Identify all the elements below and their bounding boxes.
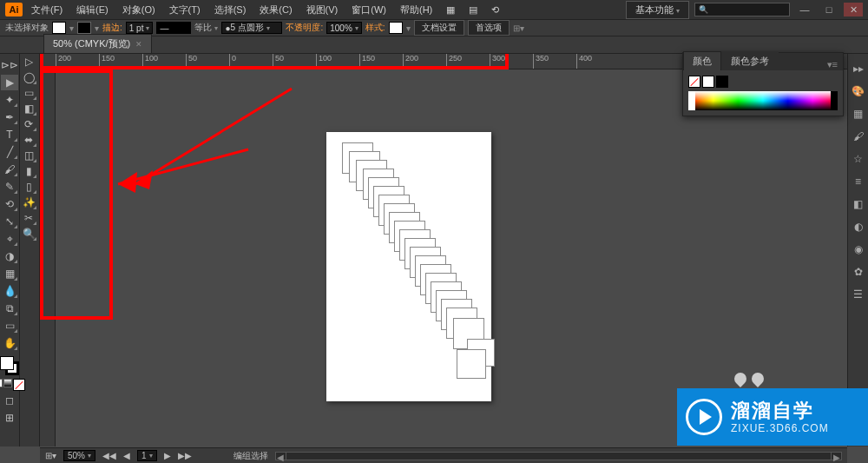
- menu-edit[interactable]: 编辑(E): [71, 2, 114, 18]
- mode-color[interactable]: [0, 379, 3, 387]
- tool-paintbrush[interactable]: 🖌: [1, 162, 18, 177]
- panel-menu-icon[interactable]: ▾≡: [822, 59, 843, 70]
- menu-type[interactable]: 文字(T): [164, 2, 206, 18]
- tool-blend[interactable]: ⧉: [1, 301, 18, 316]
- dock-layers-icon[interactable]: ☰: [851, 287, 866, 302]
- sb-nav-last[interactable]: ▶▶: [178, 451, 192, 460]
- tool-pen[interactable]: ✒: [1, 109, 18, 125]
- tool-eraser[interactable]: ◧: [20, 101, 37, 116]
- vertical-ruler[interactable]: [40, 69, 56, 446]
- preferences-button[interactable]: 首选项: [468, 20, 510, 36]
- dash-dropdown[interactable]: 等比: [194, 22, 218, 34]
- panel-tab-color-guide[interactable]: 颜色参考: [721, 51, 779, 70]
- horizontal-scrollbar[interactable]: ◀▶: [275, 452, 842, 460]
- color-panel[interactable]: 颜色 颜色参考 ▾≡: [682, 52, 844, 116]
- tool-pencil[interactable]: ✎: [1, 179, 18, 195]
- sb-nav-next[interactable]: ▶: [164, 451, 171, 460]
- tool-free-transform[interactable]: ⬌: [20, 132, 37, 148]
- annotation-arrow-1: [109, 80, 300, 193]
- stroke-swatch[interactable]: [77, 22, 91, 34]
- dock-appearance-icon[interactable]: ◉: [851, 241, 866, 257]
- dock-transparency-icon[interactable]: ◐: [851, 219, 866, 235]
- dock-expand-icon[interactable]: ▸▸: [851, 61, 866, 76]
- zoom-input[interactable]: 50%: [63, 450, 95, 461]
- tool-artboard[interactable]: ▭: [1, 318, 18, 334]
- tool-rotate[interactable]: ⟲: [1, 196, 18, 212]
- tool-eyedropper[interactable]: 💧: [1, 283, 18, 299]
- menu-file[interactable]: 文件(F): [26, 2, 68, 18]
- tab-close-icon[interactable]: ✕: [135, 40, 142, 49]
- status-mode-label: 编组选择: [233, 450, 268, 462]
- tool-mesh[interactable]: ▦: [1, 266, 18, 281]
- tool-slice[interactable]: ✂: [20, 210, 37, 226]
- style-swatch[interactable]: [389, 22, 403, 34]
- dock-gradient-icon[interactable]: ◧: [851, 196, 866, 212]
- shape-square[interactable]: [457, 349, 486, 379]
- search-input[interactable]: 🔍: [694, 3, 790, 17]
- tool-perspective[interactable]: ◫: [20, 148, 37, 163]
- stroke-weight-input[interactable]: 1 pt: [126, 22, 154, 34]
- dock-color-icon[interactable]: 🎨: [851, 83, 866, 99]
- color-none-swatch[interactable]: [688, 76, 700, 88]
- tool-magic-wand[interactable]: ✦: [1, 92, 18, 108]
- tool-lasso[interactable]: ◯: [20, 69, 37, 85]
- document-tab[interactable]: 50% (CMYK/预览) ✕: [43, 34, 152, 53]
- menu-select[interactable]: 选择(S): [209, 2, 252, 18]
- tool-type[interactable]: T: [1, 127, 18, 142]
- ruler-tick: 150: [99, 54, 142, 69]
- mode-gradient[interactable]: [3, 379, 12, 387]
- color-white-swatch[interactable]: [702, 76, 714, 88]
- tool-change-screen[interactable]: ⊞: [1, 410, 18, 426]
- tool-line[interactable]: ╱: [1, 144, 18, 160]
- sb-nav-first[interactable]: ⊞▾: [45, 451, 56, 460]
- menu-object[interactable]: 对象(O): [117, 2, 161, 18]
- tool-zoom[interactable]: 🔍: [20, 226, 37, 241]
- dock-graphic-styles-icon[interactable]: ✿: [851, 264, 866, 280]
- dock-stroke-icon[interactable]: ≡: [851, 174, 866, 189]
- toolbar-icon-2[interactable]: ▤: [464, 3, 483, 17]
- sb-nav-back[interactable]: ◀: [123, 451, 130, 460]
- tool-column-graph[interactable]: ▯: [20, 179, 37, 195]
- toolbar-icon-1[interactable]: ▦: [441, 3, 460, 17]
- tool-gradient[interactable]: ▮: [20, 163, 37, 179]
- document-setup-button[interactable]: 文档设置: [414, 20, 464, 36]
- tool-selection[interactable]: ▶: [1, 75, 18, 90]
- ruler-tick: 300: [490, 54, 533, 69]
- window-maximize[interactable]: □: [819, 3, 838, 17]
- menu-window[interactable]: 窗口(W): [346, 2, 391, 18]
- color-spectrum[interactable]: [688, 91, 838, 110]
- opacity-input[interactable]: 100%: [326, 22, 362, 34]
- tool-scale[interactable]: ⤡: [1, 214, 18, 229]
- window-minimize[interactable]: —: [795, 3, 814, 17]
- window-close[interactable]: ✕: [844, 3, 863, 17]
- dock-brushes-icon[interactable]: 🖌: [851, 129, 866, 144]
- menu-help[interactable]: 帮助(H): [395, 2, 437, 18]
- align-icon[interactable]: ⊞▾: [513, 23, 524, 33]
- workspace-switcher[interactable]: 基本功能: [626, 1, 689, 19]
- menu-effect[interactable]: 效果(C): [254, 2, 297, 18]
- color-black-swatch[interactable]: [716, 76, 728, 88]
- tool-screen-mode[interactable]: ◻: [1, 393, 18, 408]
- tool-shape-builder[interactable]: ◑: [1, 248, 18, 264]
- sb-nav-prev[interactable]: ◀◀: [102, 451, 116, 460]
- dock-symbols-icon[interactable]: ☆: [851, 151, 866, 167]
- brush-dropdown[interactable]: ● 5 点圆形: [221, 22, 282, 34]
- ruler-tick: 100: [316, 54, 359, 69]
- tool-reflect[interactable]: ⟳: [20, 116, 37, 132]
- tool-symbol-sprayer[interactable]: ✨: [20, 195, 37, 210]
- tool-grabber[interactable]: ⊳⊳: [1, 57, 18, 73]
- ruler-tick: 250: [446, 54, 490, 69]
- panel-tab-color[interactable]: 颜色: [683, 51, 721, 70]
- tool-direct-select[interactable]: ▷: [20, 54, 37, 69]
- dock-swatches-icon[interactable]: ▦: [851, 106, 866, 122]
- tool-rect[interactable]: ▭: [20, 85, 37, 101]
- stroke-profile[interactable]: —: [156, 22, 191, 34]
- fill-stroke-indicator[interactable]: [0, 356, 19, 375]
- tool-hand[interactable]: ✋: [1, 335, 18, 351]
- tool-width[interactable]: ⌖: [1, 231, 18, 247]
- toolbar-icon-3[interactable]: ⟲: [486, 3, 504, 17]
- menu-view[interactable]: 视图(V): [301, 2, 344, 18]
- fill-swatch[interactable]: [52, 22, 66, 34]
- page-input[interactable]: 1: [137, 450, 157, 461]
- mode-none[interactable]: [13, 379, 25, 391]
